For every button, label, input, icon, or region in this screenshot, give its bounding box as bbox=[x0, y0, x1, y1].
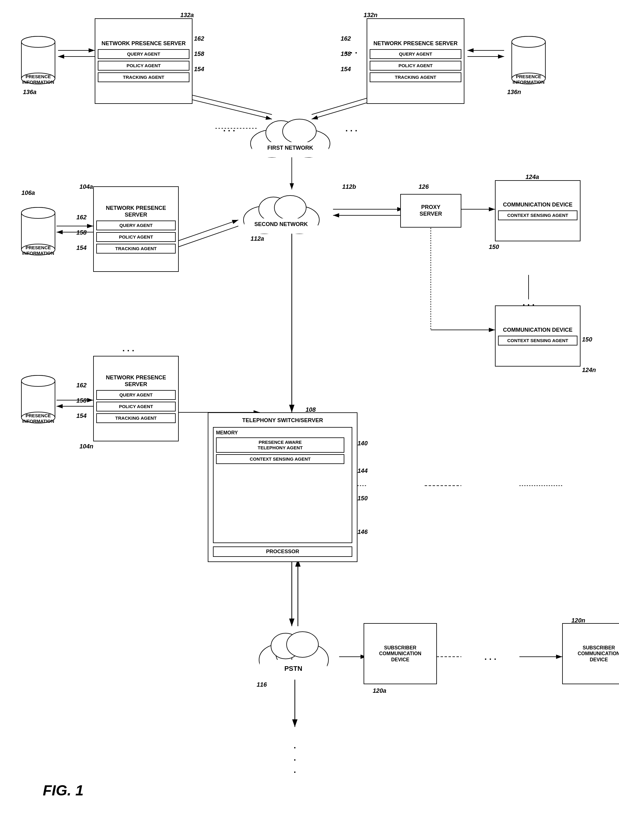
pi-106a-label: PRESENCEINFORMATION bbox=[22, 245, 54, 256]
svg-text:PSTN: PSTN bbox=[284, 665, 302, 672]
nps-104a: NETWORK PRESENCE SERVER QUERY AGENT POLI… bbox=[93, 187, 179, 272]
ref-132n: 132n bbox=[363, 12, 378, 19]
svg-point-70 bbox=[274, 195, 306, 220]
svg-text:. . .: . . . bbox=[223, 124, 235, 133]
sub-device-120n-title: SUBSCRIBERCOMMUNICATIONDEVICE bbox=[575, 644, 619, 664]
nps-104n-tracking: TRACKING AGENT bbox=[96, 413, 176, 423]
comm-device-124n-agent: CONTEXT SENSING AGENT bbox=[498, 336, 577, 345]
subscriber-device-120a: SUBSCRIBERCOMMUNICATIONDEVICE bbox=[363, 623, 437, 684]
ref-140: 140 bbox=[357, 440, 368, 447]
ref-158-132n: 158 bbox=[341, 51, 351, 57]
second-network: SECOND NETWORK bbox=[241, 187, 321, 235]
ref-104a: 104a bbox=[79, 183, 93, 190]
svg-text:. . .: . . . bbox=[484, 652, 496, 662]
comm-device-124a-agent: CONTEXT SENSING AGENT bbox=[498, 210, 577, 220]
ref-158-132a: 158 bbox=[194, 51, 204, 57]
ref-146: 146 bbox=[357, 528, 368, 536]
pi-136a-label: PRESENCEINFORMATION bbox=[22, 74, 54, 85]
ref-162-104n: 162 bbox=[76, 382, 87, 389]
nps-132n-tracking: TRACKING AGENT bbox=[370, 72, 461, 82]
nps-132a-tracking: TRACKING AGENT bbox=[98, 72, 190, 82]
ref-158-104a: 158 bbox=[76, 229, 87, 236]
nps-132n-title: NETWORK PRESENCE SERVER bbox=[371, 39, 460, 48]
ref-120a: 120a bbox=[373, 687, 386, 694]
ref-150-top: 150 bbox=[582, 336, 592, 343]
telephony-title: TELEPHONY SWITCH/SERVER bbox=[211, 416, 354, 425]
telephony-switch: TELEPHONY SWITCH/SERVER MEMORY PRESENCE … bbox=[208, 412, 357, 562]
ref-124a: 124a bbox=[525, 173, 539, 181]
pat-agent: PRESENCE AWARETELEPHONY AGENT bbox=[216, 437, 344, 453]
csa-agent: CONTEXT SENSING AGENT bbox=[216, 454, 344, 464]
nps-132n-policy: POLICY AGENT bbox=[370, 61, 461, 70]
ref-112a: 112a bbox=[251, 235, 264, 242]
svg-point-76 bbox=[21, 375, 55, 386]
ref-124n: 124n bbox=[582, 367, 596, 374]
comm-device-124n: COMMUNICATION DEVICE CONTEXT SENSING AGE… bbox=[495, 306, 580, 367]
ref-126: 126 bbox=[419, 183, 429, 190]
memory-label: MEMORY bbox=[216, 430, 349, 436]
first-network: FIRST NETWORK bbox=[247, 110, 333, 159]
ref-136a: 136a bbox=[23, 89, 37, 95]
svg-text:. . .: . . . bbox=[123, 344, 135, 353]
pstn: PSTN bbox=[257, 620, 330, 681]
ref-144: 144 bbox=[357, 467, 368, 474]
ref-162-132n: 162 bbox=[341, 35, 351, 42]
fig-label: FIG. 1 bbox=[43, 782, 84, 799]
svg-point-58 bbox=[283, 119, 316, 143]
nps-104n-policy: POLICY AGENT bbox=[96, 402, 176, 412]
nps-132n-query: QUERY AGENT bbox=[370, 49, 461, 59]
ref-104n: 104n bbox=[79, 443, 94, 450]
svg-text:.: . bbox=[294, 753, 296, 762]
nps-132a: NETWORK PRESENCE SERVER QUERY AGENT POLI… bbox=[95, 18, 193, 104]
pi-136n-label: PRESENCEINFORMATION bbox=[513, 74, 545, 85]
nps-104a-query: QUERY AGENT bbox=[96, 221, 176, 230]
diagram-container: . . . . . . . . . . . . . . . . . . . . … bbox=[0, 0, 619, 840]
presence-db-136a: PRESENCEINFORMATION bbox=[17, 24, 60, 95]
ref-158-104n: 158 bbox=[76, 397, 87, 404]
ref-120n: 120n bbox=[571, 617, 585, 624]
svg-text:SECOND NETWORK: SECOND NETWORK bbox=[254, 221, 308, 227]
ref-162-132a: 162 bbox=[194, 35, 204, 42]
svg-point-49 bbox=[21, 36, 55, 47]
nps-104n-query: QUERY AGENT bbox=[96, 390, 176, 400]
nps-104n-title: NETWORK PRESENCE SERVER bbox=[94, 373, 178, 389]
svg-point-65 bbox=[21, 207, 55, 218]
presence-db-136n: PRESENCEINFORMATION bbox=[507, 24, 550, 95]
presence-db-106a: PRESENCEINFORMATION bbox=[17, 195, 60, 266]
svg-point-81 bbox=[287, 632, 318, 657]
nps-104a-policy: POLICY AGENT bbox=[96, 232, 176, 242]
nps-104n: NETWORK PRESENCE SERVER QUERY AGENT POLI… bbox=[93, 356, 179, 442]
ref-106a: 106a bbox=[21, 189, 35, 196]
svg-text:. . .: . . . bbox=[345, 124, 357, 133]
subscriber-device-120n: SUBSCRIBERCOMMUNICATIONDEVICE bbox=[562, 623, 619, 684]
svg-text:.: . bbox=[294, 741, 296, 750]
pi-bottom-label: PRESENCEINFORMATION bbox=[22, 413, 54, 424]
svg-text:FIRST NETWORK: FIRST NETWORK bbox=[267, 145, 313, 151]
svg-text:.: . bbox=[294, 765, 296, 774]
ref-112b: 112b bbox=[342, 183, 356, 190]
processor: PROCESSOR bbox=[213, 546, 352, 557]
ref-162-104a: 162 bbox=[76, 214, 87, 221]
comm-device-124n-title: COMMUNICATION DEVICE bbox=[501, 325, 575, 335]
nps-132n: NETWORK PRESENCE SERVER QUERY AGENT POLI… bbox=[366, 18, 464, 104]
sub-device-120a-title: SUBSCRIBERCOMMUNICATIONDEVICE bbox=[377, 644, 424, 664]
nps-132a-title: NETWORK PRESENCE SERVER bbox=[99, 39, 188, 48]
ref-150-cd-top: 150 bbox=[489, 243, 499, 251]
ref-132a: 132a bbox=[180, 12, 194, 19]
nps-104a-tracking: TRACKING AGENT bbox=[96, 244, 176, 254]
nps-132a-policy: POLICY AGENT bbox=[98, 61, 190, 70]
comm-device-124a-title: COMMUNICATION DEVICE bbox=[501, 200, 575, 210]
ref-108: 108 bbox=[305, 406, 315, 413]
proxy-server: PROXYSERVER bbox=[400, 194, 461, 228]
nps-104a-title: NETWORK PRESENCE SERVER bbox=[94, 204, 178, 219]
ref-136n: 136n bbox=[507, 89, 521, 95]
ref-116: 116 bbox=[257, 681, 267, 688]
comm-device-124a: COMMUNICATION DEVICE CONTEXT SENSING AGE… bbox=[495, 180, 580, 241]
ref-150-ts: 150 bbox=[357, 495, 368, 502]
ref-154-104a: 154 bbox=[76, 245, 87, 251]
proxy-server-title: PROXYSERVER bbox=[417, 203, 444, 218]
presence-db-bottom: PRESENCEINFORMATION bbox=[17, 364, 60, 434]
ref-154-132a: 154 bbox=[194, 66, 204, 73]
svg-point-53 bbox=[512, 36, 545, 47]
nps-132a-query: QUERY AGENT bbox=[98, 49, 190, 59]
